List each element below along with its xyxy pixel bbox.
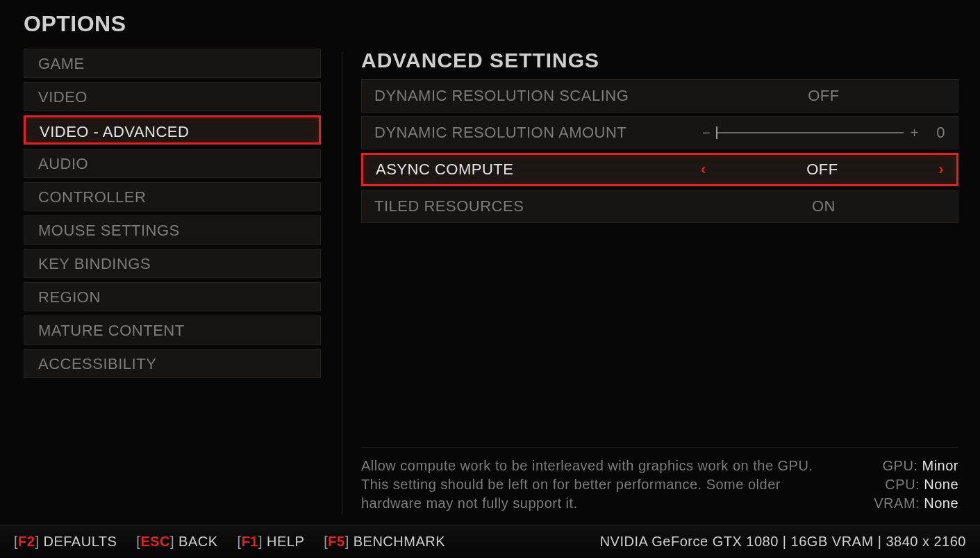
setting-row-dynamic-resolution-amount[interactable]: DYNAMIC RESOLUTION AMOUNT − + 0 <box>361 116 958 149</box>
sidebar-item-audio[interactable]: AUDIO <box>24 149 321 178</box>
hotkey-benchmark[interactable]: [F5]BENCHMARK <box>324 534 445 550</box>
chevron-left-icon[interactable]: ‹ <box>701 161 706 179</box>
setting-label: DYNAMIC RESOLUTION SCALING <box>374 87 702 105</box>
setting-value: ON <box>702 197 945 215</box>
hotkey-help[interactable]: [F1]HELP <box>238 534 305 550</box>
section-title: ADVANCED SETTINGS <box>361 49 958 72</box>
footer: [F2]DEFAULTS [ESC]BACK [F1]HELP [F5]BENC… <box>0 525 980 558</box>
setting-value-area: OFF <box>702 87 945 105</box>
chevron-right-icon[interactable]: › <box>938 161 944 179</box>
sidebar-item-controller[interactable]: CONTROLLER <box>24 182 321 211</box>
setting-value: OFF <box>702 87 945 105</box>
impact-panel: GPU: Minor CPU: None VRAM: None <box>833 457 958 513</box>
plus-icon[interactable]: + <box>911 125 919 141</box>
help-line: This setting should be left on for bette… <box>361 475 820 513</box>
impact-vram: VRAM: None <box>833 494 958 513</box>
help-area: Allow compute work to be interleaved wit… <box>361 448 958 513</box>
minus-icon[interactable]: − <box>702 125 711 141</box>
sidebar: GAME VIDEO VIDEO - ADVANCED AUDIO CONTRO… <box>24 49 321 382</box>
help-text: Allow compute work to be interleaved wit… <box>361 457 833 513</box>
sidebar-item-video-advanced[interactable]: VIDEO - ADVANCED <box>24 115 321 145</box>
hotkey-back[interactable]: [ESC]BACK <box>136 534 217 550</box>
sidebar-item-game[interactable]: GAME <box>24 49 321 78</box>
settings-panel: ADVANCED SETTINGS DYNAMIC RESOLUTION SCA… <box>361 49 958 227</box>
setting-row-tiled-resources[interactable]: TILED RESOURCES ON <box>361 190 958 223</box>
hardware-info: NVIDIA GeForce GTX 1080 | 16GB VRAM | 38… <box>600 534 966 550</box>
slider-value: 0 <box>926 124 945 142</box>
page-title: OPTIONS <box>24 11 126 37</box>
help-line: Allow compute work to be interleaved wit… <box>361 457 820 475</box>
setting-value-area: ‹ OFF › <box>701 161 944 179</box>
sidebar-item-video[interactable]: VIDEO <box>24 82 321 111</box>
slider[interactable]: − + 0 <box>702 124 945 142</box>
vertical-divider <box>342 52 342 514</box>
setting-row-dynamic-resolution-scaling[interactable]: DYNAMIC RESOLUTION SCALING OFF <box>361 79 958 113</box>
sidebar-item-mature-content[interactable]: MATURE CONTENT <box>24 315 321 345</box>
sidebar-item-key-bindings[interactable]: KEY BINDINGS <box>24 249 321 278</box>
setting-value-area: ON <box>702 197 945 215</box>
setting-label: DYNAMIC RESOLUTION AMOUNT <box>374 124 702 142</box>
slider-knob[interactable] <box>716 126 717 139</box>
sidebar-item-accessibility[interactable]: ACCESSIBILITY <box>24 349 321 378</box>
impact-cpu: CPU: None <box>833 475 958 494</box>
hotkey-defaults[interactable]: [F2]DEFAULTS <box>14 534 117 550</box>
setting-label: TILED RESOURCES <box>374 197 702 215</box>
setting-label: ASYNC COMPUTE <box>376 161 701 179</box>
slider-track[interactable] <box>717 132 904 133</box>
sidebar-item-region[interactable]: REGION <box>24 282 321 311</box>
impact-gpu: GPU: Minor <box>833 457 958 475</box>
sidebar-item-mouse-settings[interactable]: MOUSE SETTINGS <box>24 215 321 245</box>
setting-row-async-compute[interactable]: ASYNC COMPUTE ‹ OFF › <box>361 153 958 186</box>
setting-value: OFF <box>701 161 944 179</box>
